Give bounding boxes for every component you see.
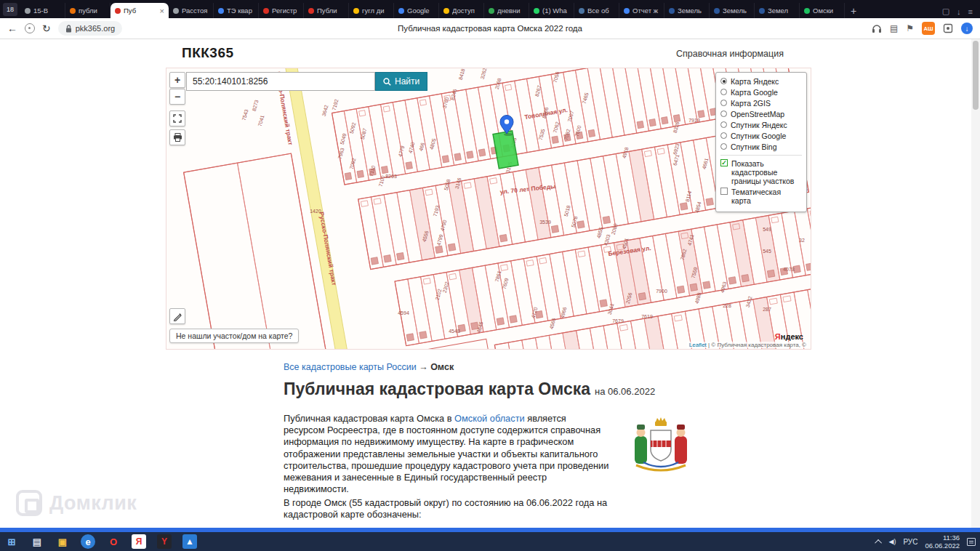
tab-label: Доступ <box>452 7 479 15</box>
yandex-icon[interactable]: Я <box>132 534 146 549</box>
tray-expand-icon[interactable] <box>875 539 882 546</box>
tab-label: Пуб <box>124 7 157 15</box>
tab-panel-icon[interactable]: ▢ <box>942 7 949 16</box>
page-scrollbar[interactable] <box>971 39 980 528</box>
radio-icon <box>720 78 727 84</box>
browser-tab[interactable]: Публи <box>304 3 349 18</box>
taskbar-icons: ⊞▤▣eOЯY▲ <box>4 534 197 549</box>
tab-counter-button[interactable]: 18 <box>3 3 17 16</box>
download-complete-icon[interactable]: ↓ <box>961 23 973 34</box>
menu-icon[interactable]: ≡ <box>968 7 973 16</box>
headset-icon[interactable] <box>872 24 882 33</box>
layer-radio-group: Карта ЯндексКарта GoogleКарта 2GISOpenSt… <box>720 77 802 151</box>
browser-tab[interactable]: ТЭ квар <box>214 3 259 18</box>
downloads-panel-icon[interactable]: ↓ <box>957 7 961 16</box>
browser-tab[interactable]: Отчет ж <box>619 3 664 18</box>
layer-option[interactable]: Спутник Bing <box>720 142 802 151</box>
layer-option-label: Карта Яндекс <box>731 77 779 86</box>
parcel-search-input[interactable] <box>186 72 375 91</box>
cadastral-map[interactable]: Русско-Полянский трактРусско-Полянский т… <box>166 68 811 349</box>
measure-button[interactable] <box>169 308 185 324</box>
profile-avatar[interactable]: АШ <box>922 22 935 35</box>
start-icon[interactable]: ⊞ <box>4 534 19 549</box>
file-explorer-icon[interactable]: ▣ <box>55 534 70 549</box>
layer-checkbox[interactable]: Тематическая карта <box>720 188 802 205</box>
site-header: ПКК365 Справочная информация <box>166 39 811 67</box>
browser-tab[interactable]: Регистр <box>259 3 304 18</box>
layer-option[interactable]: Карта Яндекс <box>720 77 802 86</box>
layer-option[interactable]: Спутник Яндекс <box>720 121 802 129</box>
page-title-center: Публичная кадастровая карта Омска 2022 г… <box>398 24 582 33</box>
back-button[interactable]: ← <box>7 23 17 34</box>
breadcrumb-link[interactable]: Все кадастровые карты России <box>284 362 417 372</box>
refresh-button[interactable]: ↻ <box>42 23 51 34</box>
find-button[interactable]: Найти <box>375 72 427 91</box>
browser-tab[interactable]: Земел <box>755 3 800 18</box>
new-tab-button[interactable]: + <box>845 3 862 18</box>
print-button[interactable] <box>169 129 185 145</box>
protect-shield-icon[interactable] <box>25 23 35 33</box>
layer-selector-panel: Карта ЯндексКарта GoogleКарта 2GISOpenSt… <box>715 72 807 212</box>
checkbox-icon: ✓ <box>720 159 728 166</box>
tab-label: (1) Wha <box>542 7 569 15</box>
zoom-out-button[interactable]: − <box>169 89 185 105</box>
zoom-in-button[interactable]: + <box>169 72 185 88</box>
tab-label: Расстоя <box>182 7 209 15</box>
browser-tab[interactable]: Омски <box>800 3 845 18</box>
pin-center-dot <box>505 119 509 124</box>
layer-option-label: Карта Google <box>731 88 778 97</box>
tab-label: 15-В <box>33 7 60 15</box>
article-paragraph-1: Публичная кадастровая карта Омска в Омск… <box>284 413 609 495</box>
edge-browser-icon[interactable]: e <box>81 534 95 549</box>
browser-tab[interactable]: Земель <box>710 3 755 18</box>
browser-tab[interactable]: Земель <box>664 3 710 18</box>
selected-parcel-marker[interactable] <box>486 110 530 173</box>
breadcrumb: Все кадастровые карты России → Омск <box>284 362 454 372</box>
browser-tab[interactable]: Google <box>394 3 439 18</box>
yandex-logo[interactable]: Яндекс <box>775 332 803 341</box>
tab-favicon-icon <box>218 8 224 14</box>
extensions-icon[interactable] <box>943 23 953 33</box>
layer-option[interactable]: Спутник Google <box>720 132 802 140</box>
radio-icon <box>720 132 727 139</box>
tab-list: 15-ВпублиПуб×РасстояТЭ кварРегистрПублиг… <box>20 0 845 18</box>
selected-parcel-highlight[interactable] <box>493 131 518 169</box>
tab-favicon-icon <box>263 8 269 14</box>
browser-tab[interactable]: дневни <box>484 3 529 18</box>
browser-tab[interactable]: гугл ди <box>349 3 394 18</box>
opera-browser-icon[interactable]: O <box>106 534 121 549</box>
browser-tab[interactable]: Пуб× <box>111 3 169 18</box>
radio-icon <box>720 110 727 117</box>
tab-favicon-icon <box>173 8 179 14</box>
volume-icon[interactable]: ◀) <box>889 538 896 545</box>
notification-center-icon[interactable] <box>967 538 976 546</box>
not-found-help-link[interactable]: Не нашли участок/дом на карте? <box>169 329 299 343</box>
layer-checkbox[interactable]: ✓Показать кадастровые границы участков <box>720 159 802 185</box>
scrollbar-thumb[interactable] <box>973 41 979 110</box>
reading-mode-icon[interactable]: ▤ <box>890 24 898 33</box>
task-view-icon[interactable]: ▤ <box>30 534 44 549</box>
address-bar[interactable]: pkk365.org <box>58 21 122 36</box>
layer-option[interactable]: Карта Google <box>720 88 802 97</box>
yandex-browser-icon[interactable]: Y <box>157 534 172 549</box>
layer-option[interactable]: Карта 2GIS <box>720 99 802 108</box>
browser-tab[interactable]: публи <box>65 3 111 18</box>
tab-label: ТЭ квар <box>227 7 254 15</box>
reference-info-link[interactable]: Справочная информация <box>676 49 784 59</box>
browser-tab[interactable]: Расстоя <box>169 3 214 18</box>
clock[interactable]: 11:36 06.06.2022 <box>925 534 960 550</box>
layer-option[interactable]: OpenStreetMap <box>720 110 802 118</box>
language-indicator[interactable]: РУС <box>903 538 917 546</box>
leaflet-link[interactable]: Leaflet <box>689 342 707 348</box>
site-logo[interactable]: ПКК365 <box>182 45 234 61</box>
browser-tab[interactable]: (1) Wha <box>529 3 574 18</box>
omsk-region-link[interactable]: Омской области <box>454 413 525 424</box>
browser-tab[interactable]: 15-В <box>20 3 65 18</box>
browser-tab[interactable]: Доступ <box>439 3 484 18</box>
bookmark-flag-icon[interactable]: ⚑ <box>906 24 914 33</box>
photos-icon[interactable]: ▲ <box>182 534 197 549</box>
browser-tab[interactable]: Все об <box>574 3 619 18</box>
fullscreen-button[interactable] <box>169 110 185 126</box>
system-tray: ◀) РУС 11:36 06.06.2022 <box>877 534 976 550</box>
tab-close-icon[interactable]: × <box>160 7 164 15</box>
